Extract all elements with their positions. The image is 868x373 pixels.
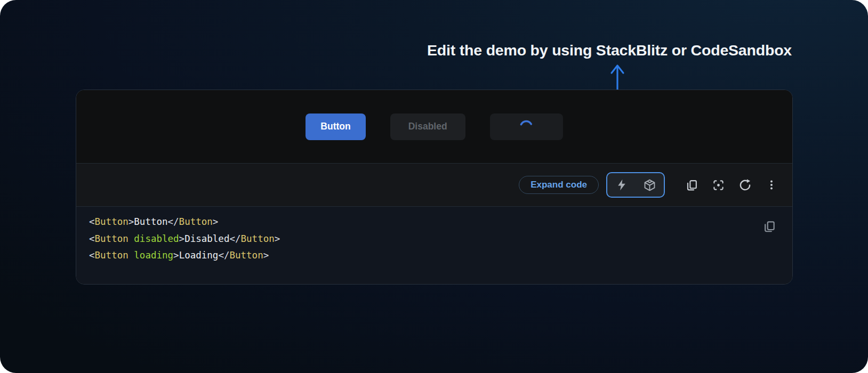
code-token: > bbox=[179, 233, 185, 244]
focus-viewfinder-icon bbox=[712, 179, 725, 192]
code-line: <Button loading>Loading</Button> bbox=[89, 247, 744, 264]
loading-spinner-icon bbox=[519, 120, 533, 134]
code-line: <Button disabled>Disabled</Button> bbox=[89, 231, 744, 248]
kebab-menu-icon bbox=[765, 179, 778, 191]
code-line: <Button>Button</Button> bbox=[89, 214, 744, 231]
disabled-button[interactable]: Disabled bbox=[390, 113, 465, 140]
code-token: </ bbox=[168, 216, 179, 227]
annotation-label: Edit the demo by using StackBlitz or Cod… bbox=[427, 42, 792, 59]
code-token: < bbox=[89, 233, 95, 244]
focus-button[interactable] bbox=[711, 178, 725, 192]
code-token: < bbox=[89, 216, 95, 227]
code-token: Button bbox=[229, 250, 263, 261]
demo-card: Button Disabled Expand code bbox=[76, 90, 793, 285]
code-copy-button[interactable] bbox=[762, 220, 776, 233]
code-token: loading bbox=[134, 250, 173, 261]
copy-icon bbox=[762, 220, 776, 233]
code-token: > bbox=[275, 233, 280, 244]
codesandbox-cube-icon bbox=[643, 179, 656, 192]
code-token: > bbox=[173, 250, 179, 261]
code-token bbox=[128, 250, 134, 261]
stackblitz-button[interactable] bbox=[615, 178, 629, 192]
code-token: > bbox=[263, 250, 269, 261]
refresh-button[interactable] bbox=[738, 178, 752, 192]
codesandbox-button[interactable] bbox=[642, 178, 656, 192]
code-token bbox=[128, 233, 134, 244]
code-token: < bbox=[89, 250, 95, 261]
code-token: Loading bbox=[179, 250, 219, 261]
lightning-icon bbox=[615, 179, 628, 191]
more-button[interactable] bbox=[765, 178, 778, 192]
code-token: Button bbox=[95, 233, 128, 244]
primary-button[interactable]: Button bbox=[306, 113, 365, 140]
code-token: > bbox=[213, 216, 219, 227]
expand-code-button[interactable]: Expand code bbox=[519, 176, 599, 194]
copy-icon bbox=[685, 179, 698, 192]
code-block: <Button>Button</Button> <Button disabled… bbox=[76, 207, 792, 284]
refresh-icon bbox=[738, 179, 752, 192]
online-editor-group bbox=[606, 172, 665, 198]
code-token: > bbox=[128, 216, 134, 227]
demo-preview: Button Disabled bbox=[76, 90, 792, 163]
loading-button[interactable] bbox=[490, 113, 563, 140]
code-token: Disabled bbox=[184, 233, 229, 244]
code-token: Button bbox=[95, 216, 128, 227]
code-token: disabled bbox=[134, 233, 179, 244]
code-token: Button bbox=[134, 216, 167, 227]
demo-toolbar: Expand code bbox=[76, 163, 792, 207]
copy-button[interactable] bbox=[685, 178, 698, 192]
code-token: </ bbox=[218, 250, 229, 261]
code-token: Button bbox=[241, 233, 275, 244]
code-token: </ bbox=[229, 233, 240, 244]
code-token: Button bbox=[95, 250, 128, 261]
code-token: Button bbox=[179, 216, 213, 227]
page-background: Edit the demo by using StackBlitz or Cod… bbox=[0, 0, 868, 373]
